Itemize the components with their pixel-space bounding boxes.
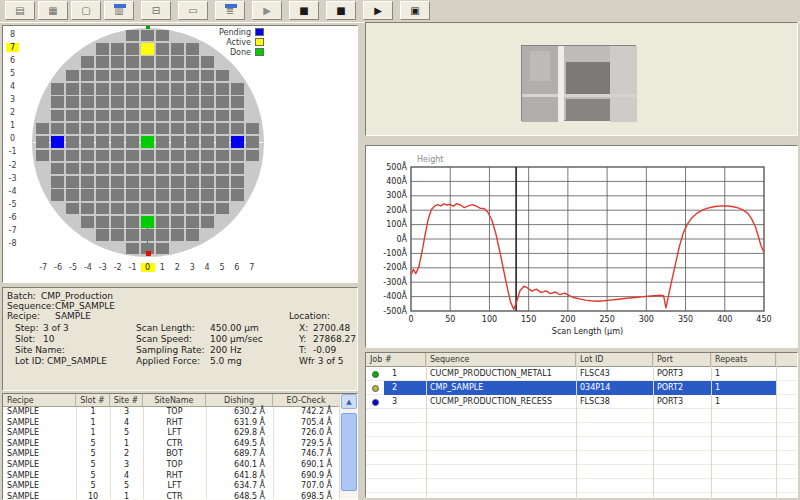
wafer-die[interactable]	[66, 203, 79, 215]
wafer-die[interactable]	[36, 136, 49, 148]
wafer-die-pending[interactable]	[51, 136, 64, 148]
wafer-die[interactable]	[141, 30, 154, 42]
wafer-die[interactable]	[156, 83, 169, 95]
wafer-map-view-button[interactable]: ▤	[5, 1, 35, 20]
wafer-die[interactable]	[126, 176, 139, 188]
wafer-die[interactable]	[201, 216, 214, 228]
grid-view-button[interactable]: ▦	[38, 1, 68, 20]
wafer-die[interactable]	[96, 56, 109, 68]
wafer-die[interactable]	[201, 176, 214, 188]
table-row[interactable]: SAMPLE55LFT634.7 Å707.0 Å	[3, 481, 340, 492]
wafer-die[interactable]	[156, 96, 169, 108]
wafer-die[interactable]	[156, 123, 169, 135]
wafer-die[interactable]	[156, 189, 169, 201]
recipe-view-button[interactable]: ▢	[71, 1, 101, 20]
wafer-die[interactable]	[81, 189, 94, 201]
wafer-die[interactable]	[156, 43, 169, 55]
job-row[interactable]: 2CMP_SAMPLE034P14PORT21	[366, 381, 797, 395]
wafer-die[interactable]	[96, 229, 109, 241]
wafer-die[interactable]	[231, 150, 244, 162]
wafer-die[interactable]	[171, 70, 184, 82]
wafer-die[interactable]	[126, 110, 139, 122]
wafer-die[interactable]	[156, 136, 169, 148]
table-row[interactable]: SAMPLE14RHT631.9 Å705.4 Å	[3, 418, 340, 429]
wafer-die[interactable]	[141, 83, 154, 95]
wafer-die[interactable]	[156, 70, 169, 82]
wafer-die[interactable]	[231, 83, 244, 95]
wafer-die[interactable]	[96, 70, 109, 82]
wafer-die[interactable]	[201, 163, 214, 175]
wafer-die[interactable]	[96, 203, 109, 215]
scroll-up-icon[interactable]: ▲	[341, 394, 357, 409]
table-row[interactable]: SAMPLE13TOP630.2 Å742.2 Å	[3, 407, 340, 418]
wafer-die[interactable]	[111, 43, 124, 55]
wafer-die[interactable]	[186, 56, 199, 68]
wafer-die[interactable]	[96, 136, 109, 148]
job-row[interactable]: 1CUCMP_PRODUCTION_METAL1FLSC43PORT31	[366, 367, 797, 381]
wafer-die[interactable]	[111, 229, 124, 241]
wafer-die[interactable]	[171, 96, 184, 108]
wafer-die[interactable]	[216, 70, 229, 82]
wafer-die[interactable]	[186, 189, 199, 201]
wafer-die[interactable]	[96, 176, 109, 188]
wafer-die[interactable]	[141, 56, 154, 68]
wafer-die-done[interactable]	[141, 136, 154, 148]
wafer-die[interactable]	[186, 150, 199, 162]
wafer-die[interactable]	[81, 83, 94, 95]
wafer-die[interactable]	[66, 83, 79, 95]
wafer-die[interactable]	[126, 96, 139, 108]
wafer-die[interactable]	[216, 163, 229, 175]
wafer-die[interactable]	[66, 123, 79, 135]
wafer-die[interactable]	[141, 110, 154, 122]
wafer-die[interactable]	[171, 163, 184, 175]
wafer-die[interactable]	[96, 96, 109, 108]
wafer-die[interactable]	[231, 189, 244, 201]
wafer-die[interactable]	[111, 203, 124, 215]
wafer-die[interactable]	[201, 56, 214, 68]
pause-button[interactable]: ▣	[400, 1, 430, 20]
wafer-die[interactable]	[111, 150, 124, 162]
wafer-die[interactable]	[231, 110, 244, 122]
wafer-die[interactable]	[156, 150, 169, 162]
wafer-die[interactable]	[141, 176, 154, 188]
wafer-die[interactable]	[126, 163, 139, 175]
wafer-die[interactable]	[111, 110, 124, 122]
wafer-die[interactable]	[96, 83, 109, 95]
wafer-die[interactable]	[51, 96, 64, 108]
wafer-die[interactable]	[216, 150, 229, 162]
wafer-die[interactable]	[126, 70, 139, 82]
wafer-die[interactable]	[111, 56, 124, 68]
wafer-die[interactable]	[96, 123, 109, 135]
wafer-die[interactable]	[141, 70, 154, 82]
wafer-die[interactable]	[66, 136, 79, 148]
wafer-die[interactable]	[171, 83, 184, 95]
wafer-die[interactable]	[156, 30, 169, 42]
wafer-die[interactable]	[141, 189, 154, 201]
start-button[interactable]: ▶	[252, 1, 282, 20]
table-row[interactable]: SAMPLE53TOP640.1 Å690.1 Å	[3, 460, 340, 471]
wafer-die[interactable]	[201, 123, 214, 135]
wafer-die[interactable]	[96, 189, 109, 201]
wafer-die[interactable]	[126, 43, 139, 55]
wafer-die[interactable]	[186, 216, 199, 228]
wafer-die[interactable]	[156, 110, 169, 122]
wafer-die[interactable]	[81, 123, 94, 135]
wafer-die[interactable]	[231, 123, 244, 135]
wafer-die[interactable]	[156, 176, 169, 188]
wafer-die[interactable]	[66, 110, 79, 122]
wafer-die[interactable]	[186, 163, 199, 175]
wafer-die[interactable]	[111, 123, 124, 135]
wafer-die[interactable]	[51, 163, 64, 175]
wafer-die[interactable]	[51, 83, 64, 95]
resume-button[interactable]: ▶	[363, 1, 393, 20]
wafer-die[interactable]	[51, 150, 64, 162]
job-list-button[interactable]: ≣	[215, 1, 245, 20]
wafer-die[interactable]	[186, 203, 199, 215]
wafer-die[interactable]	[81, 136, 94, 148]
scrollbar-thumb[interactable]	[341, 413, 357, 491]
wafer-die[interactable]	[66, 176, 79, 188]
abort-button[interactable]: ■	[326, 1, 356, 20]
wafer-die[interactable]	[216, 136, 229, 148]
table-row[interactable]: SAMPLE54RHT641.8 Å690.9 Å	[3, 471, 340, 482]
wafer-die[interactable]	[186, 43, 199, 55]
